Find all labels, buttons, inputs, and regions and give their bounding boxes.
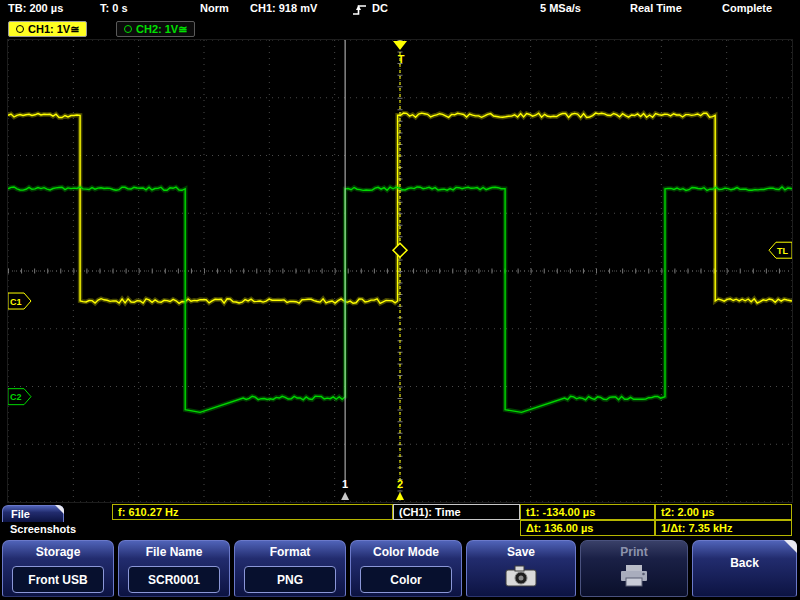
- softkey-storage[interactable]: Storage Front USB: [2, 540, 114, 597]
- timebase-readout: TB: 200 µs: [8, 2, 63, 14]
- camera-icon: [503, 563, 539, 589]
- channel-marker-c1[interactable]: C1: [8, 293, 31, 309]
- trigger-position-icon[interactable]: [393, 41, 407, 50]
- trigger-point-icon: [393, 243, 407, 257]
- cursor-bottom-marker-1: [341, 492, 349, 500]
- softkey-print-label: Print: [581, 545, 687, 559]
- softkey-format-value: PNG: [244, 566, 336, 593]
- cursor-label-1: 1: [342, 478, 348, 490]
- trigger-slope-icon: [352, 3, 367, 16]
- svg-text:C1: C1: [10, 297, 22, 307]
- printer-icon: [618, 563, 650, 589]
- delta-t-readout: Δt: 136.00 µs: [520, 520, 655, 536]
- menu-tab-label: File: [11, 508, 30, 520]
- softkey-storage-label: Storage: [3, 545, 113, 559]
- softkey-storage-value: Front USB: [12, 566, 104, 593]
- channel1-badge-label: CH1: 1V≅: [28, 23, 79, 36]
- inv-delta-t-readout: 1/Δt: 7.35 kHz: [655, 520, 792, 536]
- softkey-color-mode-label: Color Mode: [351, 545, 461, 559]
- sample-rate-readout: 5 MSa/s: [540, 2, 581, 14]
- channel2-badge[interactable]: CH2: 1V≅: [116, 21, 195, 37]
- trigger-position-label: T: [398, 53, 405, 65]
- file-tab-fold-icon: [55, 505, 64, 514]
- softkey-save-label: Save: [467, 545, 575, 559]
- softkey-format[interactable]: Format PNG: [234, 540, 346, 597]
- channel2-coupling-icon: [124, 25, 132, 33]
- channel1-coupling-icon: [16, 25, 24, 33]
- channel-marker-c2[interactable]: C2: [8, 389, 31, 405]
- softkey-color-mode[interactable]: Color Mode Color: [350, 540, 462, 597]
- trigger-mode-readout: Norm: [200, 2, 229, 14]
- waveform-canvas: 12TC1C2TL: [8, 40, 792, 502]
- acquisition-mode-readout: Real Time: [630, 2, 682, 14]
- trigger-time-readout: T: 0 s: [100, 2, 128, 14]
- softkey-file-name-value: SCR0001: [128, 566, 220, 593]
- waveform-display: 12TC1C2TL: [8, 40, 792, 502]
- oscilloscope-screen: TB: 200 µs T: 0 s Norm CH1: 918 mV DC 5 …: [0, 0, 800, 600]
- svg-text:C2: C2: [10, 392, 22, 402]
- softkey-back[interactable]: Back: [692, 540, 797, 597]
- softkey-print: Print: [580, 540, 688, 597]
- softkey-back-label: Back: [693, 556, 796, 570]
- trigger-level-marker[interactable]: TL: [769, 242, 792, 258]
- menu-tab-file[interactable]: File: [2, 505, 64, 522]
- frequency-readout: f: 610.27 Hz: [112, 504, 393, 520]
- cursor-t1-readout: t1: -134.00 µs: [520, 504, 655, 520]
- softkey-file-name-label: File Name: [119, 545, 229, 559]
- cursor-label-2: 2: [397, 478, 403, 490]
- status-bar: TB: 200 µs T: 0 s Norm CH1: 918 mV DC 5 …: [0, 0, 800, 19]
- cursor-bottom-marker-2: [396, 492, 404, 500]
- channel1-badge[interactable]: CH1: 1V≅: [8, 21, 87, 37]
- softkey-format-label: Format: [235, 545, 345, 559]
- back-fold-icon: [784, 540, 797, 553]
- menu-page-label: Screenshots: [10, 523, 76, 535]
- channel2-badge-label: CH2: 1V≅: [136, 23, 187, 36]
- svg-text:TL: TL: [777, 246, 788, 256]
- softkey-save[interactable]: Save: [466, 540, 576, 597]
- softkey-file-name[interactable]: File Name SCR0001: [118, 540, 230, 597]
- trigger-source-readout: CH1: 918 mV: [250, 2, 317, 14]
- cursor-t2-readout: t2: 2.00 µs: [655, 504, 792, 520]
- softkey-color-mode-value: Color: [360, 566, 452, 593]
- cursor-source-readout: (CH1): Time: [393, 504, 520, 520]
- acquisition-status-readout: Complete: [722, 2, 772, 14]
- trigger-coupling-readout: DC: [372, 2, 388, 14]
